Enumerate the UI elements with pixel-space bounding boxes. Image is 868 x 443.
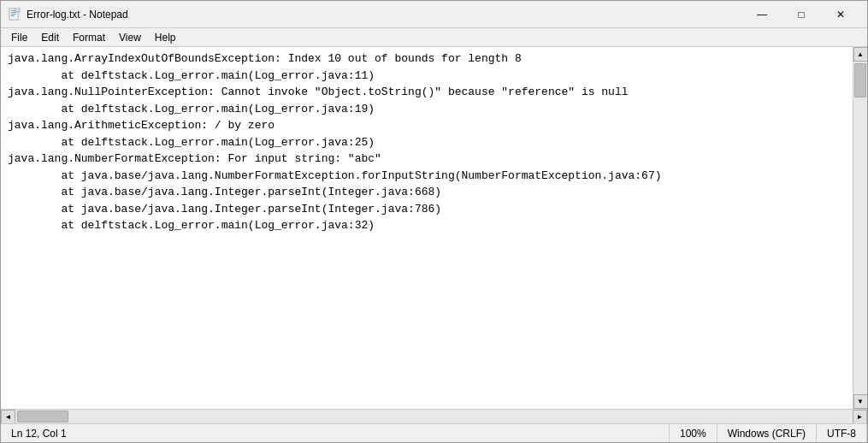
scroll-thumb-h[interactable] [17, 411, 68, 422]
status-encoding: UTF-8 [817, 424, 867, 442]
notepad-window: Error-log.txt - Notepad — □ ✕ File Edit … [0, 0, 868, 443]
text-editor[interactable] [1, 47, 853, 409]
minimize-button[interactable]: — [742, 2, 782, 27]
notepad-icon [8, 8, 21, 21]
menu-bar: File Edit Format View Help [1, 28, 867, 47]
scroll-thumb-v[interactable] [854, 63, 866, 97]
svg-rect-3 [11, 14, 16, 15]
maximize-button[interactable]: □ [782, 2, 821, 27]
status-bar: Ln 12, Col 1 100% Windows (CRLF) UTF-8 [1, 423, 867, 442]
title-bar: Error-log.txt - Notepad — □ ✕ [1, 1, 867, 28]
status-position: Ln 12, Col 1 [1, 424, 670, 442]
status-line-ending: Windows (CRLF) [717, 424, 817, 442]
svg-rect-4 [11, 15, 15, 16]
title-bar-controls: — □ ✕ [742, 2, 860, 27]
menu-view[interactable]: View [112, 28, 148, 46]
menu-format[interactable]: Format [66, 28, 112, 46]
menu-file[interactable]: File [4, 28, 34, 46]
menu-help[interactable]: Help [148, 28, 183, 46]
status-zoom: 100% [670, 424, 717, 442]
scroll-left-button[interactable]: ◄ [1, 410, 15, 424]
scroll-right-button[interactable]: ► [853, 410, 867, 424]
editor-area: ▲ ▼ [1, 47, 867, 409]
scroll-up-button[interactable]: ▲ [853, 47, 868, 62]
window-title: Error-log.txt - Notepad [27, 9, 128, 21]
vertical-scrollbar[interactable]: ▲ ▼ [853, 47, 867, 409]
svg-rect-5 [15, 8, 20, 12]
horizontal-scrollbar[interactable]: ◄ ► [1, 409, 867, 423]
title-bar-left: Error-log.txt - Notepad [8, 8, 128, 21]
close-button[interactable]: ✕ [821, 2, 860, 27]
scroll-down-button[interactable]: ▼ [853, 394, 868, 409]
menu-edit[interactable]: Edit [34, 28, 66, 46]
scroll-track-h[interactable] [15, 410, 853, 423]
scroll-track-v[interactable] [853, 62, 867, 394]
